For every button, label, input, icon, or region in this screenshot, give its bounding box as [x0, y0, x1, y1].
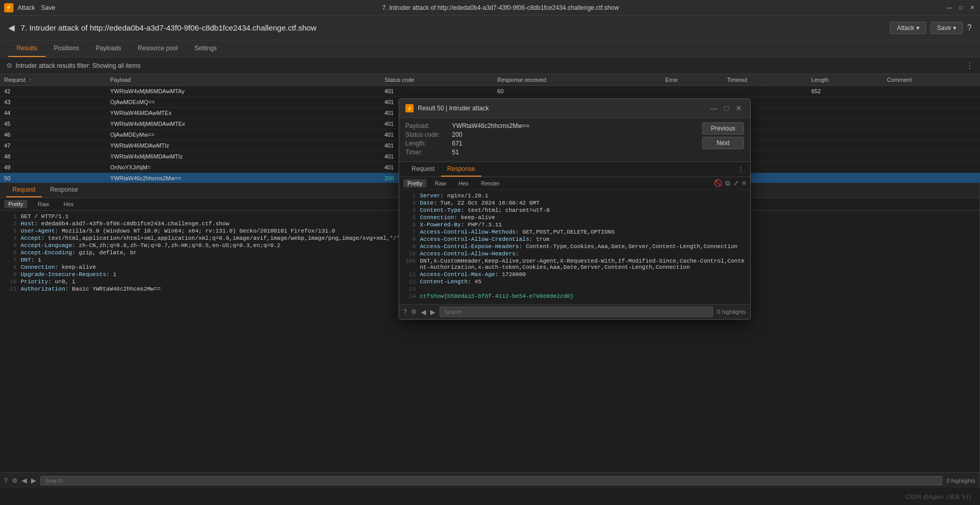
tab-positions[interactable]: Positions [46, 40, 87, 57]
popup-highlight-count: 0 highlights [717, 309, 746, 315]
popup-line-number: 8 [403, 236, 416, 242]
minimize-button[interactable]: — [946, 4, 953, 11]
nav-forward-button[interactable]: ▶ [31, 477, 36, 484]
popup-tab-request[interactable]: Request [405, 162, 441, 177]
cell-length [807, 129, 883, 140]
cell-payload: OnNoYXJrNjM= [106, 162, 381, 173]
maximize-button[interactable]: □ [957, 4, 964, 11]
popup-code-line: 6 X-Powered-By: PHP/7.3.11 [399, 221, 750, 228]
popup-help-icon[interactable]: ? [403, 308, 407, 315]
line-content: Accept-Encoding: gzip, deflate, br [21, 250, 137, 256]
tab-settings[interactable]: Settings [186, 40, 225, 57]
filter-bar: ⚙ Intruder attack results filter: Showin… [0, 57, 980, 74]
cell-payload: YWRtaW46MDAwMTIz [106, 140, 381, 151]
next-button[interactable]: Next [702, 137, 744, 149]
popup-line-content: Connection: keep-alive [420, 214, 495, 221]
cell-comment [883, 173, 980, 183]
nav-back-button[interactable]: ◀ [22, 477, 27, 484]
tab-resource-pool[interactable]: Resource pool [129, 40, 186, 57]
save-button[interactable]: Save ▾ [930, 22, 963, 34]
popup-minimize-button[interactable]: — [709, 103, 719, 113]
col-payload[interactable]: Payload [106, 74, 381, 86]
cell-num: 43 [0, 97, 106, 108]
col-comment[interactable]: Comment [883, 74, 980, 86]
cell-num: 42 [0, 86, 106, 97]
col-request[interactable]: Request ↑ [0, 74, 106, 86]
popup-window-controls: — □ ✕ [709, 103, 744, 113]
cell-payload: OjAwMDEyMw== [106, 129, 381, 140]
popup-subtab-raw[interactable]: Raw [431, 179, 450, 187]
window-title: 7. Intruder attack of http://ededa0b4-a3… [55, 4, 946, 11]
line-number: 5 [4, 242, 17, 249]
subtab-pretty[interactable]: Pretty [4, 200, 27, 208]
col-response[interactable]: Response received [493, 74, 661, 86]
popup-line-content: DNT,X-CustomHeader,Keep-Alive,User-Agent… [420, 258, 746, 270]
col-length[interactable]: Length [807, 74, 883, 86]
popup-icon: ⚡ [405, 104, 414, 112]
popup-line-content: Server: nginx/1.20.1 [420, 193, 488, 199]
tab-payloads[interactable]: Payloads [87, 40, 129, 57]
popup-length-row: Length: 671 [405, 140, 696, 147]
popup-nav-forward-button[interactable]: ▶ [430, 308, 435, 316]
line-number: 6 [4, 250, 17, 256]
popup-gear-icon[interactable]: ⚙ [411, 308, 417, 315]
menu-attack[interactable]: Attack [18, 4, 35, 11]
popup-maximize-button[interactable]: □ [721, 103, 732, 113]
popup-line-number: 13 [403, 286, 416, 292]
gear-icon[interactable]: ⚙ [12, 477, 18, 484]
cell-comment [883, 86, 980, 97]
cell-length [807, 151, 883, 162]
previous-button[interactable]: Previous [702, 122, 744, 135]
popup-subtab-hex[interactable]: Hex [455, 179, 473, 187]
line-number: 7 [4, 257, 17, 263]
popup-timer-row: Timer: 51 [405, 149, 696, 156]
popup-code-line: 13 [399, 285, 750, 293]
lines-icon[interactable]: ≡ [742, 179, 746, 187]
close-button[interactable]: ✕ [969, 4, 976, 11]
app-icon: ⚡ [4, 3, 13, 12]
attack-button[interactable]: Attack ▾ [890, 22, 926, 34]
back-button[interactable]: ◀ [8, 23, 14, 33]
expand-icon[interactable]: ⤢ [733, 179, 739, 187]
line-content: Host: ededa0b4-a3d7-43f0-9f06-c8db1fce24… [21, 221, 229, 227]
cell-num: 44 [0, 108, 106, 119]
popup-code-line: 3 Date: Tue, 22 Oct 2024 16:00:42 GMT [399, 199, 750, 207]
line-number: 3 [4, 228, 17, 234]
popup-line-content: Access-Control-Allow-Headers: [420, 251, 519, 257]
col-error[interactable]: Error [661, 74, 723, 86]
popup-tab-response[interactable]: Response [441, 162, 481, 177]
subtab-hex[interactable]: Hex [60, 200, 78, 208]
popup-tabs-more[interactable]: ⋮ [738, 166, 744, 173]
popup-nav-back-button[interactable]: ◀ [421, 308, 426, 316]
popup-code-line: 10b DNT,X-CustomHeader,Keep-Alive,User-A… [399, 257, 750, 271]
tab-response[interactable]: Response [44, 183, 84, 197]
filter-menu-button[interactable]: ⋮ [966, 61, 974, 70]
popup-subtab-pretty[interactable]: Pretty [403, 179, 427, 187]
copy-icon[interactable]: ⧉ [725, 179, 730, 187]
tab-request[interactable]: Request [6, 183, 42, 197]
table-row[interactable]: 42 YWRtaW4xMjM6MDAwMTAy 401 60 652 [0, 86, 980, 97]
popup-close-button[interactable]: ✕ [734, 103, 744, 113]
line-content: User-Agent: Mozilla/5.0 (Windows NT 10.0… [21, 228, 335, 234]
help-button[interactable]: ? [967, 22, 972, 34]
popup-code-line: 2 Server: nginx/1.20.1 [399, 192, 750, 199]
col-status[interactable]: Status code [380, 74, 493, 86]
cell-timeout [723, 86, 807, 97]
subtab-raw[interactable]: Raw [34, 200, 53, 208]
col-timeout[interactable]: Timeout [723, 74, 807, 86]
popup-search-input[interactable] [440, 307, 713, 317]
help-icon[interactable]: ? [4, 477, 8, 484]
highlight-count: 0 highlights [946, 478, 975, 484]
search-input[interactable] [40, 476, 943, 485]
eye-slash-icon[interactable]: 🚫 [714, 179, 722, 187]
popup-code-line: 11 Access-Control-Max-Age: 1728000 [399, 271, 750, 278]
popup-subtab-render[interactable]: Render [477, 179, 504, 187]
menu-save[interactable]: Save [41, 4, 55, 11]
cell-payload: YWRtaW46MDAwMTEx [106, 108, 381, 119]
popup-title: Result 50 | Intruder attack [418, 105, 709, 112]
cell-comment [883, 108, 980, 119]
tab-results[interactable]: Results [8, 40, 46, 57]
cell-payload: YWRtaW46c2hhcms2Mw== [106, 173, 381, 183]
popup-body: Payload: YWRtaW46c2hhcms2Mw== Status cod… [399, 118, 750, 162]
cell-payload: OjAwMDExMQ== [106, 97, 381, 108]
